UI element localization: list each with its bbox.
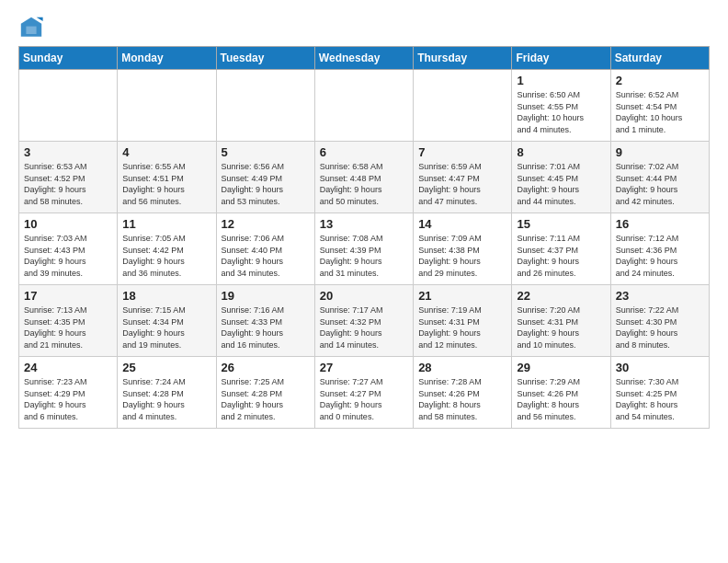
- cell-info: Sunrise: 6:52 AM Sunset: 4:54 PM Dayligh…: [616, 89, 704, 135]
- calendar-cell: 19Sunrise: 7:16 AM Sunset: 4:33 PM Dayli…: [216, 285, 314, 357]
- cell-info: Sunrise: 7:15 AM Sunset: 4:34 PM Dayligh…: [122, 304, 210, 350]
- cell-info: Sunrise: 7:24 AM Sunset: 4:28 PM Dayligh…: [122, 376, 210, 422]
- day-number: 4: [122, 145, 210, 159]
- day-number: 1: [517, 74, 605, 87]
- calendar-cell: 12Sunrise: 7:06 AM Sunset: 4:40 PM Dayli…: [216, 213, 314, 285]
- day-number: 5: [222, 145, 310, 159]
- cell-info: Sunrise: 7:22 AM Sunset: 4:30 PM Dayligh…: [616, 304, 704, 350]
- day-number: 11: [122, 217, 210, 231]
- cell-info: Sunrise: 6:59 AM Sunset: 4:47 PM Dayligh…: [418, 161, 506, 207]
- calendar-cell: [314, 70, 413, 142]
- svg-marker-1: [37, 17, 43, 21]
- calendar-cell: [414, 70, 512, 142]
- calendar-cell: 2Sunrise: 6:52 AM Sunset: 4:54 PM Daylig…: [610, 70, 709, 142]
- header-day-tuesday: Tuesday: [216, 47, 314, 70]
- calendar-table: SundayMondayTuesdayWednesdayThursdayFrid…: [18, 46, 710, 429]
- cell-info: Sunrise: 7:03 AM Sunset: 4:43 PM Dayligh…: [24, 233, 112, 279]
- calendar-cell: 28Sunrise: 7:28 AM Sunset: 4:26 PM Dayli…: [414, 357, 512, 429]
- calendar-cell: 30Sunrise: 7:30 AM Sunset: 4:25 PM Dayli…: [610, 357, 709, 429]
- calendar-body: 1Sunrise: 6:50 AM Sunset: 4:55 PM Daylig…: [19, 70, 710, 429]
- week-row-2: 3Sunrise: 6:53 AM Sunset: 4:52 PM Daylig…: [19, 142, 710, 213]
- calendar-cell: 29Sunrise: 7:29 AM Sunset: 4:26 PM Dayli…: [512, 357, 610, 429]
- day-number: 7: [418, 145, 506, 159]
- day-number: 2: [616, 74, 704, 87]
- day-number: 14: [418, 217, 506, 231]
- day-number: 20: [320, 289, 408, 303]
- calendar-cell: [19, 70, 118, 142]
- header-day-monday: Monday: [118, 47, 216, 70]
- header-day-wednesday: Wednesday: [314, 47, 413, 70]
- day-number: 13: [320, 217, 408, 231]
- calendar-cell: 10Sunrise: 7:03 AM Sunset: 4:43 PM Dayli…: [19, 213, 118, 285]
- calendar-cell: 23Sunrise: 7:22 AM Sunset: 4:30 PM Dayli…: [610, 285, 709, 357]
- calendar-cell: 6Sunrise: 6:58 AM Sunset: 4:48 PM Daylig…: [314, 142, 413, 213]
- calendar-cell: [216, 70, 314, 142]
- calendar-cell: 3Sunrise: 6:53 AM Sunset: 4:52 PM Daylig…: [19, 142, 118, 213]
- day-number: 16: [616, 217, 704, 231]
- cell-info: Sunrise: 7:09 AM Sunset: 4:38 PM Dayligh…: [418, 233, 506, 279]
- header-row: SundayMondayTuesdayWednesdayThursdayFrid…: [19, 47, 710, 70]
- day-number: 23: [616, 289, 704, 303]
- header: [18, 15, 710, 40]
- cell-info: Sunrise: 7:16 AM Sunset: 4:33 PM Dayligh…: [222, 304, 310, 350]
- day-number: 6: [320, 145, 408, 159]
- calendar-cell: 8Sunrise: 7:01 AM Sunset: 4:45 PM Daylig…: [512, 142, 610, 213]
- day-number: 30: [616, 361, 704, 374]
- cell-info: Sunrise: 7:02 AM Sunset: 4:44 PM Dayligh…: [616, 161, 704, 207]
- calendar-cell: 25Sunrise: 7:24 AM Sunset: 4:28 PM Dayli…: [118, 357, 216, 429]
- day-number: 12: [222, 217, 310, 231]
- calendar-cell: 15Sunrise: 7:11 AM Sunset: 4:37 PM Dayli…: [512, 213, 610, 285]
- calendar-cell: 13Sunrise: 7:08 AM Sunset: 4:39 PM Dayli…: [314, 213, 413, 285]
- header-day-saturday: Saturday: [610, 47, 709, 70]
- header-day-sunday: Sunday: [19, 47, 118, 70]
- day-number: 18: [122, 289, 210, 303]
- calendar-cell: 4Sunrise: 6:55 AM Sunset: 4:51 PM Daylig…: [118, 142, 216, 213]
- day-number: 15: [517, 217, 605, 231]
- cell-info: Sunrise: 7:27 AM Sunset: 4:27 PM Dayligh…: [320, 376, 408, 422]
- cell-info: Sunrise: 7:11 AM Sunset: 4:37 PM Dayligh…: [517, 233, 605, 279]
- logo: [18, 15, 48, 40]
- cell-info: Sunrise: 7:05 AM Sunset: 4:42 PM Dayligh…: [122, 233, 210, 279]
- logo-icon: [18, 15, 44, 40]
- calendar-cell: 11Sunrise: 7:05 AM Sunset: 4:42 PM Dayli…: [118, 213, 216, 285]
- cell-info: Sunrise: 7:01 AM Sunset: 4:45 PM Dayligh…: [517, 161, 605, 207]
- day-number: 19: [222, 289, 310, 303]
- day-number: 10: [24, 217, 112, 231]
- page: SundayMondayTuesdayWednesdayThursdayFrid…: [0, 0, 728, 438]
- week-row-4: 17Sunrise: 7:13 AM Sunset: 4:35 PM Dayli…: [19, 285, 710, 357]
- calendar-cell: 21Sunrise: 7:19 AM Sunset: 4:31 PM Dayli…: [414, 285, 512, 357]
- day-number: 26: [222, 361, 310, 374]
- header-day-thursday: Thursday: [414, 47, 512, 70]
- calendar-cell: 24Sunrise: 7:23 AM Sunset: 4:29 PM Dayli…: [19, 357, 118, 429]
- week-row-1: 1Sunrise: 6:50 AM Sunset: 4:55 PM Daylig…: [19, 70, 710, 142]
- cell-info: Sunrise: 7:12 AM Sunset: 4:36 PM Dayligh…: [616, 233, 704, 279]
- day-number: 27: [320, 361, 408, 374]
- header-day-friday: Friday: [512, 47, 610, 70]
- cell-info: Sunrise: 6:55 AM Sunset: 4:51 PM Dayligh…: [122, 161, 210, 207]
- cell-info: Sunrise: 7:23 AM Sunset: 4:29 PM Dayligh…: [24, 376, 112, 422]
- cell-info: Sunrise: 7:19 AM Sunset: 4:31 PM Dayligh…: [418, 304, 506, 350]
- calendar-cell: 1Sunrise: 6:50 AM Sunset: 4:55 PM Daylig…: [512, 70, 610, 142]
- day-number: 29: [517, 361, 605, 374]
- cell-info: Sunrise: 7:30 AM Sunset: 4:25 PM Dayligh…: [616, 376, 704, 422]
- calendar-cell: 20Sunrise: 7:17 AM Sunset: 4:32 PM Dayli…: [314, 285, 413, 357]
- calendar-cell: 17Sunrise: 7:13 AM Sunset: 4:35 PM Dayli…: [19, 285, 118, 357]
- cell-info: Sunrise: 6:56 AM Sunset: 4:49 PM Dayligh…: [222, 161, 310, 207]
- cell-info: Sunrise: 7:08 AM Sunset: 4:39 PM Dayligh…: [320, 233, 408, 279]
- cell-info: Sunrise: 7:13 AM Sunset: 4:35 PM Dayligh…: [24, 304, 112, 350]
- cell-info: Sunrise: 7:20 AM Sunset: 4:31 PM Dayligh…: [517, 304, 605, 350]
- day-number: 8: [517, 145, 605, 159]
- cell-info: Sunrise: 7:06 AM Sunset: 4:40 PM Dayligh…: [222, 233, 310, 279]
- cell-info: Sunrise: 7:17 AM Sunset: 4:32 PM Dayligh…: [320, 304, 408, 350]
- week-row-3: 10Sunrise: 7:03 AM Sunset: 4:43 PM Dayli…: [19, 213, 710, 285]
- day-number: 9: [616, 145, 704, 159]
- cell-info: Sunrise: 6:58 AM Sunset: 4:48 PM Dayligh…: [320, 161, 408, 207]
- svg-rect-2: [26, 27, 36, 34]
- calendar-cell: 26Sunrise: 7:25 AM Sunset: 4:28 PM Dayli…: [216, 357, 314, 429]
- calendar-cell: 7Sunrise: 6:59 AM Sunset: 4:47 PM Daylig…: [414, 142, 512, 213]
- calendar-cell: 5Sunrise: 6:56 AM Sunset: 4:49 PM Daylig…: [216, 142, 314, 213]
- calendar-cell: 14Sunrise: 7:09 AM Sunset: 4:38 PM Dayli…: [414, 213, 512, 285]
- calendar-cell: 27Sunrise: 7:27 AM Sunset: 4:27 PM Dayli…: [314, 357, 413, 429]
- day-number: 21: [418, 289, 506, 303]
- day-number: 22: [517, 289, 605, 303]
